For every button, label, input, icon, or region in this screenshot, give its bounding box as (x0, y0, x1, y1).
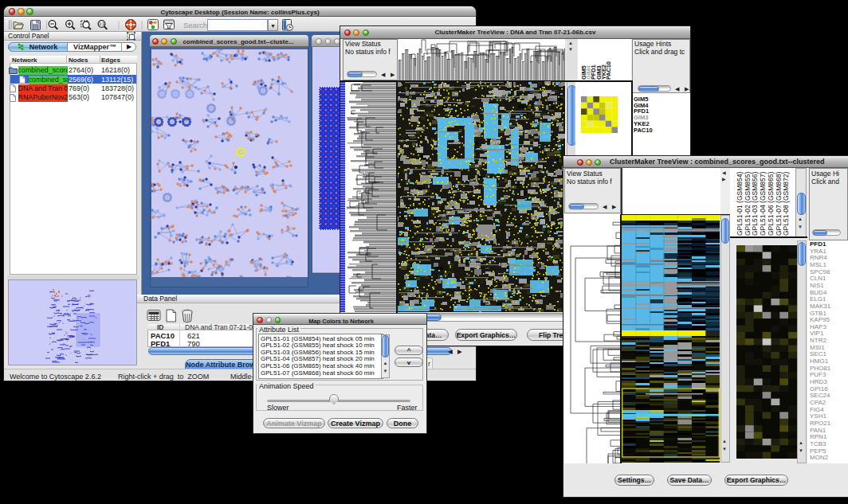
svg-text:1:1: 1:1 (99, 22, 104, 26)
